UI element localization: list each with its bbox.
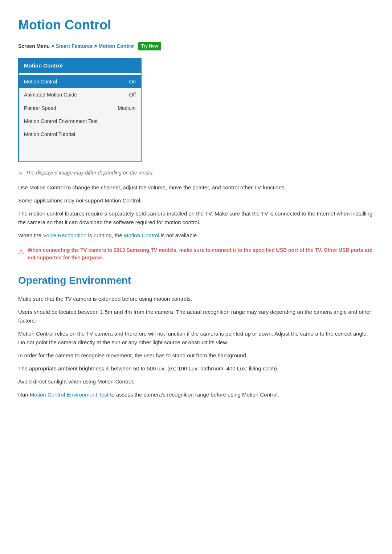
note-icon: ✏	[18, 169, 23, 178]
menu-item-2[interactable]: Pointer SpeedMedium	[19, 102, 141, 115]
menu-item-label-4: Motion Control Tutorial	[24, 130, 75, 138]
try-now-badge[interactable]: Try Now	[138, 42, 161, 50]
oe-last-para: Run Motion Control Environment Test to a…	[18, 390, 374, 399]
menu-panel: Motion Control Motion ControlOnAnimated …	[18, 58, 142, 162]
menu-items-list: Motion ControlOnAnimated Motion GuideOff…	[19, 73, 141, 161]
menu-item-value-0: On	[129, 78, 136, 86]
warning-triangle-icon: ⚠	[18, 247, 24, 257]
page-title: Motion Control	[18, 15, 374, 36]
menu-item-label-0: Motion Control	[24, 78, 57, 86]
menu-item-1[interactable]: Animated Motion GuideOff	[19, 88, 141, 101]
breadcrumb-separator-1: >	[51, 42, 54, 50]
menu-item-4[interactable]: Motion Control Tutorial	[19, 128, 141, 141]
menu-item-value-2: Medium	[118, 104, 136, 112]
menu-item-value-1: Off	[129, 91, 136, 99]
oe-para-5: The appropriate ambient brightness is be…	[18, 364, 374, 373]
menu-item-label-1: Animated Motion Guide	[24, 91, 77, 99]
voice-recognition-link[interactable]: Voice Recognition	[43, 232, 86, 238]
motion-control-link[interactable]: Motion Control	[124, 232, 159, 238]
note-text: The displayed image may differ depending…	[26, 169, 154, 177]
note-line: ✏ The displayed image may differ dependi…	[18, 169, 374, 178]
breadcrumb-smart-features[interactable]: Smart Features	[56, 42, 93, 50]
menu-title: Motion Control	[19, 58, 141, 73]
warning-text: When connecting the TV camera to 2013 Sa…	[28, 246, 374, 262]
voice-recognition-para: When the Voice Recognition is running, t…	[18, 231, 374, 240]
body-para-2: Some applications may not support Motion…	[18, 196, 374, 205]
oe-para-2: Users should be located between 1.5m and…	[18, 308, 374, 325]
body-para-1: Use Motion Control to change the channel…	[18, 183, 374, 192]
oe-para-6: Avoid direct sunlight when using Motion …	[18, 377, 374, 386]
breadcrumb: Screen Menu > Smart Features > Motion Co…	[18, 42, 374, 50]
operating-environment-title: Operating Environment	[18, 272, 374, 289]
menu-item-label-3: Motion Control Environment Test	[24, 117, 98, 125]
breadcrumb-motion-control[interactable]: Motion Control	[98, 42, 135, 50]
menu-item-label-2: Pointer Speed	[24, 104, 56, 112]
warning-box: ⚠ When connecting the TV camera to 2013 …	[18, 246, 374, 262]
oe-para-4: In order for the camera to recognise mov…	[18, 351, 374, 360]
oe-last-suffix: to assess the camera's recognition range…	[109, 391, 279, 398]
oe-para-1: Make sure that the TV camera is extended…	[18, 295, 374, 303]
breadcrumb-separator-2: >	[94, 42, 97, 50]
environment-test-link[interactable]: Motion Control Environment Test	[30, 391, 109, 398]
voice-para-suffix: is not available.	[159, 232, 199, 238]
menu-item-3[interactable]: Motion Control Environment Test	[19, 115, 141, 128]
body-para-3: The motion control features require a se…	[18, 209, 374, 227]
breadcrumb-root: Screen Menu	[18, 42, 50, 50]
oe-last-prefix: Run	[18, 391, 30, 398]
voice-para-middle: is running, the	[86, 232, 124, 238]
oe-para-3: Motion Control relies on the TV camera a…	[18, 329, 374, 347]
voice-para-prefix: When the	[18, 232, 43, 238]
menu-item-0[interactable]: Motion ControlOn	[19, 75, 141, 88]
